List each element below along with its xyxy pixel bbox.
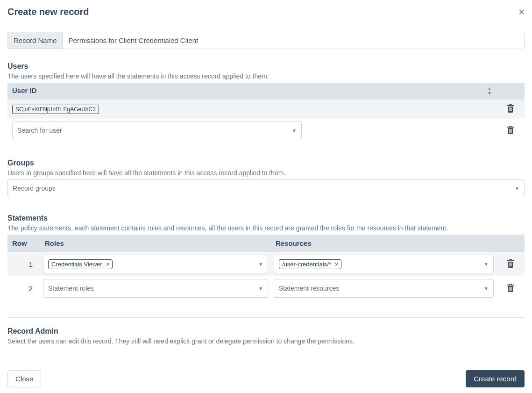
delete-user-button[interactable] — [505, 102, 516, 116]
modal-header: Create new record × — [0, 0, 532, 24]
modal-footer: Close Create record — [0, 364, 532, 393]
remove-tag-icon[interactable]: × — [106, 261, 110, 268]
chevron-down-icon: ▼ — [484, 286, 489, 291]
close-button[interactable]: Close — [7, 370, 41, 387]
trash-icon — [507, 262, 514, 269]
record-name-label: Record Name — [8, 32, 63, 49]
user-row: SC|uEsXtFNjUbf1LEgAGeUhC3 — [7, 100, 525, 119]
user-id-chip[interactable]: SC|uEsXtFNjUbf1LEgAGeUhC3 — [12, 105, 99, 114]
users-col-userid-label: User ID — [12, 86, 37, 94]
record-name-group: Record Name — [7, 32, 525, 49]
record-name-input[interactable] — [63, 32, 524, 49]
trash-icon — [507, 107, 514, 114]
statements-section: Statements The policy statements, each s… — [7, 214, 525, 300]
roles-select[interactable]: Statement roles ▼ — [43, 279, 268, 298]
users-title: Users — [7, 62, 525, 71]
remove-tag-icon[interactable]: × — [335, 261, 339, 268]
delete-statement-button[interactable] — [505, 257, 516, 271]
modal-title: Create new record — [7, 7, 89, 17]
statement-row: 1 Credentials Viewer × ▼ — [7, 252, 525, 276]
role-tag-label: Credentials Viewer — [51, 261, 102, 268]
statements-desc: The policy statements, each statement co… — [7, 224, 525, 232]
stmt-col-row: Row — [7, 235, 40, 252]
trash-icon — [507, 286, 514, 293]
stmt-col-roles: Roles — [40, 235, 271, 252]
users-table: User ID ▲▼ SC|uEsXtFNjUbf1LEgAGeUhC3 — [7, 83, 525, 142]
users-section: Users The users specified here will have… — [7, 62, 525, 142]
groups-desc: Users in groups specified here will have… — [7, 169, 525, 177]
record-admin-section: Record Admin Select the users can edit t… — [7, 327, 525, 345]
create-record-button[interactable]: Create record — [466, 370, 525, 387]
users-col-userid[interactable]: User ID ▲▼ — [7, 83, 497, 100]
user-search-placeholder: Search for user — [17, 127, 62, 134]
stmt-row-num: 1 — [7, 252, 40, 276]
create-record-modal: Create new record × Record Name Users Th… — [0, 0, 532, 393]
record-admin-title: Record Admin — [7, 327, 525, 336]
sort-icon[interactable]: ▲▼ — [487, 86, 492, 96]
chevron-down-icon: ▼ — [484, 262, 489, 267]
chevron-down-icon: ▼ — [258, 262, 263, 267]
delete-statement-button[interactable] — [505, 282, 516, 295]
groups-title: Groups — [7, 159, 525, 167]
divider — [7, 317, 525, 318]
stmt-col-resources: Resources — [271, 235, 497, 252]
resource-tag-label: /user-credentials/* — [282, 261, 331, 268]
users-desc: The users specified here will have all t… — [7, 72, 525, 80]
chevron-down-icon: ▼ — [258, 286, 263, 291]
roles-placeholder: Statement roles — [48, 285, 94, 292]
roles-select[interactable]: Credentials Viewer × ▼ — [43, 255, 268, 273]
user-search-select[interactable]: Search for user ▼ — [12, 121, 302, 139]
record-admin-desc: Select the users can edit this record. T… — [7, 337, 525, 345]
stmt-row-num: 2 — [7, 276, 40, 300]
user-search-row: Search for user ▼ — [7, 119, 525, 142]
modal-body[interactable]: Record Name Users The users specified he… — [0, 24, 532, 364]
resource-tag[interactable]: /user-credentials/* × — [279, 259, 341, 269]
resources-select[interactable]: /user-credentials/* × ▼ — [274, 255, 494, 273]
delete-user-row-button[interactable] — [505, 124, 516, 137]
statement-row: 2 Statement roles ▼ — [7, 276, 525, 300]
statements-title: Statements — [7, 214, 525, 222]
groups-placeholder: Record groups — [13, 185, 56, 192]
trash-icon — [507, 129, 514, 136]
role-tag[interactable]: Credentials Viewer × — [48, 259, 113, 269]
users-col-actions — [497, 83, 525, 100]
chevron-down-icon: ▼ — [292, 128, 297, 133]
close-icon[interactable]: × — [518, 7, 525, 17]
resources-select[interactable]: Statement resources ▼ — [274, 279, 494, 298]
stmt-col-actions — [497, 235, 525, 252]
groups-section: Groups Users in groups specified here wi… — [7, 159, 525, 197]
statements-table: Row Roles Resources 1 Crede — [7, 235, 525, 300]
chevron-down-icon: ▼ — [515, 186, 519, 191]
resources-placeholder: Statement resources — [279, 285, 339, 292]
groups-select[interactable]: Record groups ▼ — [7, 179, 525, 197]
